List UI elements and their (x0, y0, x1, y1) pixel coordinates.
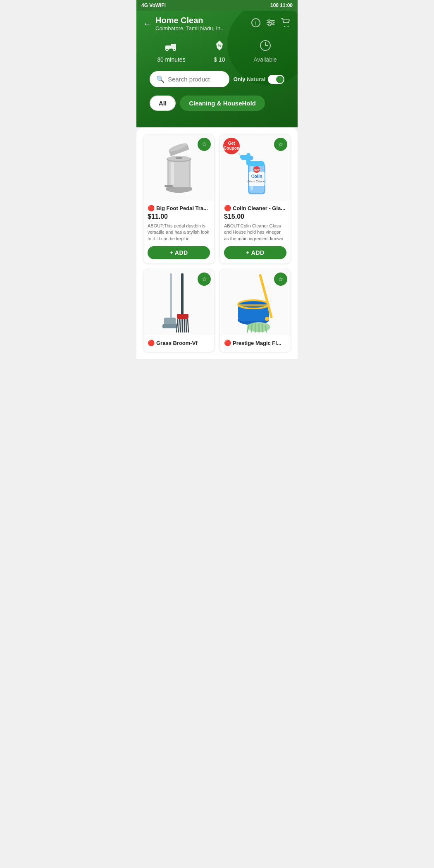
delivery-time: 30 minutes (157, 40, 185, 63)
natural-toggle-switch[interactable] (268, 75, 284, 84)
svg-point-13 (173, 48, 176, 50)
favorite-btn-p3[interactable]: ☆ (198, 273, 211, 286)
price-icon: % (214, 40, 225, 54)
favorite-btn-p2[interactable]: ☆ (274, 138, 287, 151)
product-price-p1: $11.00 (148, 213, 210, 220)
svg-point-7 (269, 24, 271, 26)
star-icon-p3: ☆ (202, 276, 207, 282)
delivery-price-label: $ 10 (214, 56, 225, 63)
search-input[interactable] (168, 76, 223, 83)
battery-time: 100 11:00 (270, 2, 293, 8)
product-name-row-p4: 🔴 Prestige Magic Fl... (224, 340, 286, 346)
info-icon[interactable]: i (251, 18, 260, 29)
svg-text:%: % (218, 43, 221, 48)
svg-line-55 (186, 319, 186, 332)
svg-line-43 (239, 151, 240, 154)
svg-point-8 (284, 26, 286, 27)
search-box[interactable]: 🔍 (150, 71, 229, 87)
favorite-btn-p4[interactable]: ☆ (274, 273, 287, 286)
product-image-p1: ☆ (143, 134, 214, 201)
svg-rect-45 (170, 273, 172, 319)
product-info-p3: 🔴 Grass Broom-Vf (143, 335, 214, 352)
store-subtitle: Coimbatore, Tamil Nadu, In.. (155, 25, 224, 31)
product-image-p3: ☆ (143, 269, 214, 335)
star-icon-p1: ☆ (202, 141, 207, 148)
svg-rect-29 (165, 185, 173, 187)
add-button-p1[interactable]: + ADD (148, 246, 210, 259)
product-name-p3: Grass Broom-Vf (156, 340, 198, 346)
product-info-p4: 🔴 Prestige Magic Fl... (220, 335, 291, 352)
product-card-p3: ☆ 🔴 Grass Broom-Vf (143, 269, 215, 352)
svg-line-66 (251, 323, 252, 332)
delivery-time-label: 30 minutes (157, 56, 185, 63)
product-brand-icon-p3: 🔴 (148, 340, 155, 346)
svg-rect-46 (181, 273, 184, 315)
header-top: ← Home Clean Coimbatore, Tamil Nadu, In.… (143, 16, 291, 31)
svg-rect-36 (250, 165, 253, 190)
product-name-p2: Colin Cleaner - Gla... (233, 205, 285, 211)
product-name-p4: Prestige Magic Fl... (233, 340, 281, 346)
svg-text:i: i (255, 20, 257, 26)
tab-all[interactable]: All (150, 96, 176, 111)
network-info: 4G VoWiFi (141, 2, 166, 8)
svg-rect-62 (238, 304, 269, 306)
svg-point-17 (260, 41, 270, 50)
mop-bucket-image (231, 271, 280, 333)
svg-point-5 (268, 19, 270, 22)
svg-line-50 (176, 319, 178, 332)
products-grid: ☆ 🔴 Big Foot Pedal Tra... $11.00 ABOUT:T… (143, 134, 291, 352)
category-tabs: All Cleaning & HouseHold (143, 96, 291, 119)
svg-point-71 (265, 317, 269, 321)
svg-line-65 (247, 324, 249, 332)
product-name-p1: Big Foot Pedal Tra... (156, 205, 208, 211)
svg-point-9 (288, 26, 289, 27)
product-name-row-p1: 🔴 Big Foot Pedal Tra... (148, 205, 210, 211)
delivery-status-label: Available (253, 56, 277, 63)
product-brand-icon-p4: 🔴 (224, 340, 231, 346)
natural-toggle-group: Only Natural (234, 75, 284, 84)
coupon-text-p2: Get Coupon (223, 141, 240, 151)
product-card-p2: Colin Glass Cleaner NEW (219, 134, 291, 264)
status-bar: 4G VoWiFi 100 11:00 (136, 0, 298, 11)
status-right: 100 11:00 (270, 2, 293, 8)
add-button-p2[interactable]: + ADD (224, 246, 286, 259)
product-info-p2: 🔴 Colin Cleaner - Gla... $15.00 ABOUT:Co… (220, 201, 291, 263)
product-image-p2: Colin Glass Cleaner NEW (220, 134, 291, 201)
toggle-thumb (276, 76, 284, 83)
scooter-icon (165, 40, 178, 54)
svg-rect-28 (176, 157, 182, 159)
star-icon-p2: ☆ (278, 141, 284, 148)
search-icon: 🔍 (156, 75, 165, 83)
clock-icon (260, 40, 271, 54)
search-row: 🔍 Only Natural (143, 71, 291, 96)
svg-rect-47 (164, 318, 176, 325)
delivery-price: % $ 10 (214, 40, 225, 63)
spray-bottle-image: Colin Glass Cleaner NEW (239, 139, 272, 196)
product-price-p2: $15.00 (224, 213, 286, 220)
product-brand-icon-p2: 🔴 (224, 205, 231, 211)
natural-label: Only Natural (234, 76, 265, 82)
delivery-status: Available (253, 40, 277, 63)
product-card-p1: ☆ 🔴 Big Foot Pedal Tra... $11.00 ABOUT:T… (143, 134, 215, 264)
svg-line-56 (188, 319, 188, 332)
svg-point-6 (272, 22, 274, 24)
product-name-row-p3: 🔴 Grass Broom-Vf (148, 340, 210, 346)
product-brand-icon-p1: 🔴 (148, 205, 155, 211)
svg-rect-40 (247, 161, 265, 166)
cart-icon[interactable] (281, 18, 291, 29)
product-name-row-p2: 🔴 Colin Cleaner - Gla... (224, 205, 286, 211)
product-info-p1: 🔴 Big Foot Pedal Tra... $11.00 ABOUT:Thi… (143, 201, 214, 263)
svg-rect-23 (171, 162, 174, 185)
svg-rect-30 (166, 187, 192, 191)
broom-image (158, 271, 200, 333)
header: ← Home Clean Coimbatore, Tamil Nadu, In.… (136, 11, 298, 127)
back-button[interactable]: ← (143, 19, 151, 29)
favorite-btn-p1[interactable]: ☆ (198, 138, 211, 151)
svg-text:Glass Cleaner: Glass Cleaner (247, 180, 266, 183)
product-desc-p2: ABOUT:Colin Cleaner Glass and House hold… (224, 223, 286, 242)
product-card-p4: ☆ 🔴 Prestige Magic Fl... (219, 269, 291, 352)
tab-cleaning[interactable]: Cleaning & HouseHold (180, 96, 265, 111)
filter-icon[interactable] (266, 18, 275, 29)
status-left: 4G VoWiFi (141, 2, 166, 8)
store-info: Home Clean Coimbatore, Tamil Nadu, In.. (155, 16, 224, 31)
